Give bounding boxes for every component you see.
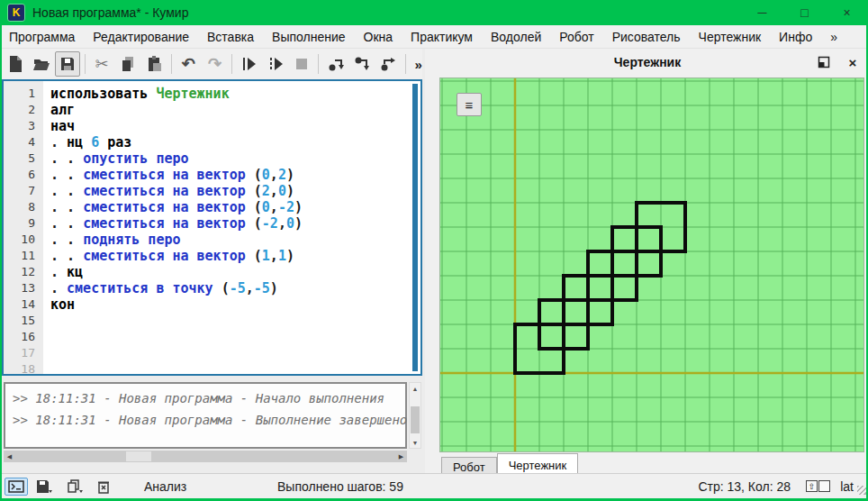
- menu-item-Инфо[interactable]: Инфо: [770, 26, 821, 48]
- canvas-menu-button[interactable]: ≡: [457, 93, 482, 116]
- code-line: . . сместиться на вектор (1,1): [50, 248, 408, 264]
- drawer-canvas-container: ≡: [439, 77, 864, 452]
- menu-item-Робот[interactable]: Робот: [550, 26, 602, 48]
- line-number: 13: [4, 280, 43, 296]
- code-line: кон: [50, 296, 408, 313]
- window-title: Новая программа* - Кумир: [32, 5, 188, 20]
- scroll-right-icon[interactable]: ▶: [395, 451, 407, 462]
- line-number: 17: [4, 345, 43, 361]
- toolbar-separator: [85, 54, 86, 74]
- code-line: . . сместиться на вектор (-2,0): [50, 215, 408, 232]
- redo-button[interactable]: ↷: [203, 51, 227, 77]
- cut-button[interactable]: ✂: [89, 51, 113, 77]
- run-step-button[interactable]: [263, 51, 287, 77]
- console-vertical-scrollbar[interactable]: ▲ ▼: [409, 382, 421, 449]
- open-file-button[interactable]: [29, 51, 53, 77]
- close-button[interactable]: ×: [826, 0, 868, 25]
- code-line: . . опустить перо: [50, 150, 408, 167]
- toolbar-separator: [405, 54, 406, 74]
- code-line: . сместиться в точку (-5,-5): [50, 280, 408, 296]
- line-number: 11: [4, 248, 43, 264]
- maximize-button[interactable]: □: [783, 0, 826, 25]
- resize-grip[interactable]: [857, 486, 866, 495]
- menu-item-Чертежник[interactable]: Чертежник: [690, 26, 771, 48]
- run-button[interactable]: [237, 51, 261, 77]
- scrollbar-thumb[interactable]: [126, 451, 151, 461]
- hamburger-menu-icon: ≡: [466, 97, 474, 113]
- line-number: 1: [4, 86, 43, 102]
- toolbar: ✂ ↶ ↷: [2, 49, 422, 79]
- line-number: 6: [4, 167, 43, 183]
- clear-console-button[interactable]: [92, 478, 115, 496]
- scroll-left-icon[interactable]: ◀: [4, 451, 15, 462]
- code-line: . нц 6 раз: [50, 134, 408, 150]
- menu-item-Окна[interactable]: Окна: [355, 26, 402, 48]
- paste-button[interactable]: [142, 51, 167, 77]
- copy-console-button[interactable]: [63, 478, 86, 496]
- cursor-position: Стр: 13, Кол: 28: [698, 479, 791, 494]
- menu-item-»[interactable]: »: [821, 26, 846, 48]
- menu-item-Редактирование[interactable]: Редактирование: [84, 26, 198, 48]
- stop-button[interactable]: [289, 51, 313, 77]
- new-file-button[interactable]: [3, 51, 27, 77]
- code-text-area[interactable]: использовать Чертежникалгнач. нц 6 раз. …: [43, 81, 408, 374]
- copy-button[interactable]: [116, 51, 140, 77]
- undo-button[interactable]: ↶: [176, 51, 201, 77]
- undock-button[interactable]: [814, 52, 834, 72]
- drawer-canvas: [440, 78, 863, 451]
- shift-state-icon: ⇧: [806, 480, 818, 492]
- step-over-button[interactable]: [323, 51, 348, 77]
- line-number: 10: [4, 232, 43, 248]
- scrollbar-thumb[interactable]: [411, 406, 420, 433]
- step-out-icon: [379, 55, 397, 73]
- console-horizontal-scrollbar[interactable]: ◀ ▶: [4, 451, 407, 462]
- step-in-icon: [353, 55, 371, 73]
- drawer-panel-title: Чертежник: [425, 55, 868, 69]
- run-icon: [240, 55, 258, 73]
- toolbar-separator: [231, 54, 232, 74]
- menu-item-Практикум[interactable]: Практикум: [402, 26, 482, 48]
- menu-item-Водолей[interactable]: Водолей: [482, 26, 550, 48]
- close-panel-button[interactable]: ×: [843, 52, 863, 72]
- toolbar-overflow-button[interactable]: »: [415, 57, 422, 72]
- save-icon: [59, 55, 77, 73]
- minimize-button[interactable]: ─: [741, 0, 783, 25]
- line-number: 4: [4, 134, 43, 150]
- trash-icon: [96, 479, 111, 494]
- run-detailed-icon: [267, 55, 285, 73]
- menu-item-Рисователь[interactable]: Рисователь: [603, 26, 690, 48]
- redo-icon: ↷: [208, 56, 222, 72]
- code-line: [50, 361, 408, 374]
- undo-icon: ↶: [182, 56, 195, 72]
- float-window-icon: [817, 55, 831, 69]
- console-message: >> 18:11:31 - Новая программа - Выполнен…: [13, 413, 405, 427]
- save-console-button[interactable]: [32, 478, 56, 496]
- line-number: 7: [4, 183, 43, 199]
- editor-scrollbar[interactable]: [412, 84, 418, 371]
- drawer-panel: Чертежник × ≡ РоботЧертежник: [425, 49, 868, 473]
- menu-item-Вставка[interactable]: Вставка: [198, 26, 263, 48]
- layout-indicator: lat: [840, 479, 854, 494]
- code-line: использовать Чертежник: [50, 86, 408, 102]
- line-number: 12: [4, 264, 43, 280]
- toggle-console-button[interactable]: [5, 478, 28, 496]
- line-number: 5: [4, 150, 43, 167]
- code-editor[interactable]: 123456789101112131415161718 использовать…: [2, 79, 422, 376]
- step-over-icon: [327, 55, 345, 73]
- scroll-up-icon[interactable]: ▲: [410, 383, 420, 394]
- menu-item-Выполнение[interactable]: Выполнение: [263, 26, 354, 48]
- code-line: . . сместиться на вектор (0,-2): [50, 199, 408, 215]
- drawer-panel-header: Чертежник ×: [425, 49, 868, 76]
- line-number: 8: [4, 199, 43, 215]
- step-out-button[interactable]: [376, 51, 401, 77]
- steps-counter: Выполнено шагов: 59: [277, 479, 403, 494]
- menu-bar: ПрограммаРедактированиеВставкаВыполнение…: [0, 25, 868, 49]
- line-number: 15: [4, 313, 43, 329]
- menu-item-Программа[interactable]: Программа: [0, 26, 84, 48]
- copy-dropdown-icon: [66, 479, 84, 494]
- step-in-button[interactable]: [349, 51, 374, 77]
- code-line: . . поднять перо: [50, 232, 408, 248]
- cut-icon: ✂: [95, 56, 108, 72]
- save-button[interactable]: [55, 51, 79, 77]
- scroll-down-icon[interactable]: ▼: [410, 437, 420, 448]
